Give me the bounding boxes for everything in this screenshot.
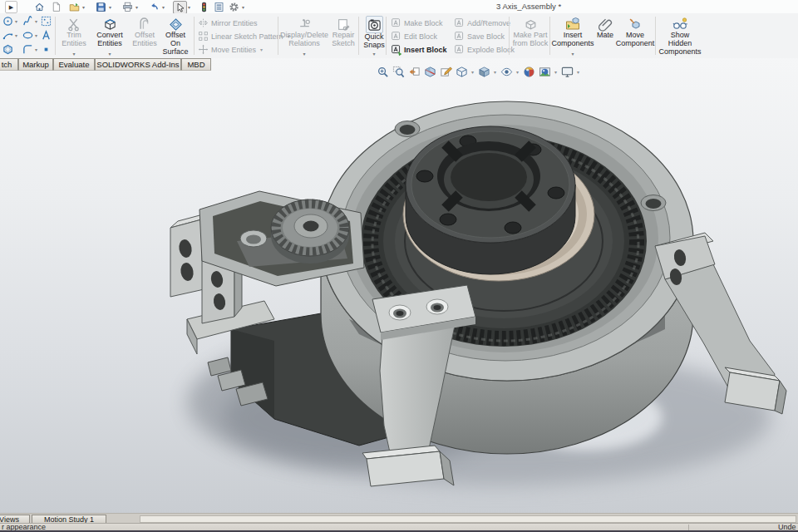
- model-3axis-assembly[interactable]: [0, 70, 798, 513]
- arc-tool-button[interactable]: [2, 29, 14, 42]
- trim-entities-button[interactable]: Trim Entities▾: [58, 15, 90, 57]
- home-button[interactable]: [33, 1, 46, 12]
- rebuild-button[interactable]: [198, 1, 210, 12]
- home-icon: [34, 2, 45, 12]
- convert-entities-button[interactable]: Convert Entities▾: [91, 15, 128, 57]
- gear-icon: [229, 2, 239, 12]
- new-document-icon: [51, 2, 62, 12]
- save-block-icon: [454, 31, 465, 42]
- trim-dropdown[interactable]: ▾: [72, 52, 75, 57]
- offset-entities-button[interactable]: Offset Entities: [130, 15, 160, 57]
- fillet-dropdown[interactable]: ▾: [35, 47, 37, 52]
- solidworks-window: ▶ ▾ ▾ ▾ ▾ ▾ ▾ 3 Axis_Assembly * ▾ ▾ ▾ ▾: [0, 0, 798, 532]
- open-icon: [69, 2, 80, 12]
- model-pinion-gear[interactable]: [271, 200, 349, 264]
- select-tool-button[interactable]: [173, 1, 187, 14]
- open-button[interactable]: [68, 1, 81, 12]
- circle-dropdown[interactable]: ▾: [15, 18, 17, 24]
- file-properties-button[interactable]: [213, 1, 225, 12]
- spline-dropdown[interactable]: ▾: [35, 18, 37, 24]
- spline-icon: [22, 16, 33, 27]
- point-tool-button[interactable]: [40, 43, 52, 56]
- print-button[interactable]: [121, 1, 134, 12]
- graphics-viewport[interactable]: ▾ ▾ ▾ ▾ ▾: [0, 58, 798, 513]
- circle-tool-button[interactable]: [2, 15, 14, 27]
- arc-dropdown[interactable]: ▾: [15, 32, 17, 38]
- display-delete-relations-button[interactable]: Display/Delete Relations▾: [281, 15, 328, 57]
- quick-snaps-dropdown[interactable]: ▾: [372, 52, 375, 57]
- title-bar: ▶ ▾ ▾ ▾ ▾ ▾ ▾ 3 Axis_Assembly *: [0, 0, 798, 14]
- tab-mbd[interactable]: MBD: [181, 58, 211, 71]
- save-dropdown[interactable]: ▾: [109, 4, 111, 10]
- fillet-icon: [22, 44, 33, 55]
- undo-dropdown[interactable]: ▾: [162, 4, 165, 10]
- polygon-tool-button[interactable]: [2, 43, 14, 56]
- toolbar-expand-button[interactable]: ▶: [5, 1, 17, 13]
- display-delete-dropdown[interactable]: ▾: [303, 52, 305, 57]
- edit-block-button[interactable]: Edit Block: [391, 30, 437, 42]
- make-part-from-block-button[interactable]: Make Part from Block: [512, 15, 549, 57]
- insert-components-button[interactable]: Insert Components▾: [553, 15, 593, 57]
- tab-evaluate[interactable]: Evaluate: [53, 58, 95, 71]
- add-remove-button[interactable]: Add/Remove: [454, 17, 510, 29]
- offset-on-surface-button[interactable]: Offset On Surface: [160, 15, 191, 57]
- quick-snaps-button[interactable]: Quick Snaps▾: [361, 15, 387, 57]
- insert-block-button[interactable]: Insert Block: [391, 43, 447, 56]
- spline-tool-button[interactable]: [22, 15, 34, 27]
- move-entities-icon: [198, 44, 209, 55]
- save-icon: [96, 2, 106, 12]
- command-manager-tabs: tch Markup Evaluate SOLIDWORKS Add-Ins M…: [0, 58, 798, 71]
- mate-button[interactable]: Mate: [594, 15, 617, 57]
- print-dropdown[interactable]: ▾: [135, 4, 138, 10]
- sketch-text-tool-button[interactable]: [40, 29, 52, 42]
- save-block-button[interactable]: Save Block: [454, 30, 505, 42]
- move-entities-dropdown[interactable]: ▾: [260, 47, 263, 52]
- polygon-icon: [2, 44, 13, 55]
- tab-solidworks-addins[interactable]: SOLIDWORKS Add-Ins: [95, 58, 181, 71]
- sketch-fillet-tool-button[interactable]: [22, 43, 34, 56]
- select-dropdown[interactable]: ▾: [188, 4, 190, 10]
- explode-block-icon: [454, 44, 465, 55]
- open-dropdown[interactable]: ▾: [82, 4, 85, 10]
- mirror-entities-button[interactable]: Mirror Entities: [198, 17, 258, 29]
- trim-entities-icon: [67, 16, 81, 32]
- sketch-entities-group: ▾ ▾ ▾ ▾ ▾: [2, 15, 53, 57]
- convert-dropdown[interactable]: ▾: [108, 52, 111, 57]
- show-hidden-components-button[interactable]: Show Hidden Components: [658, 15, 702, 57]
- text-icon: [41, 30, 52, 41]
- tab-sketch-partial[interactable]: tch: [0, 58, 18, 71]
- display-delete-relations-icon: [298, 16, 312, 32]
- offset-on-surface-icon: [169, 16, 183, 32]
- move-component-button[interactable]: Move Component: [618, 15, 653, 57]
- traffic-light-icon: [199, 2, 209, 12]
- options-dropdown[interactable]: ▾: [242, 4, 244, 10]
- tab-markup[interactable]: Markup: [18, 58, 53, 71]
- insert-components-dropdown[interactable]: ▾: [571, 52, 574, 57]
- repair-sketch-button[interactable]: Repair Sketch: [329, 15, 357, 57]
- ellipse-icon: [22, 30, 33, 41]
- options-button[interactable]: [228, 1, 240, 12]
- arc-icon: [2, 30, 13, 41]
- make-block-button[interactable]: Make Block: [391, 17, 443, 29]
- model-hub[interactable]: [406, 126, 575, 274]
- ellipse-tool-button[interactable]: [22, 29, 34, 42]
- insert-block-icon: [391, 44, 401, 55]
- command-manager-ribbon: ▾ ▾ ▾ ▾ ▾ Trim Entities▾ Convert Entitie…: [0, 13, 798, 59]
- move-entities-button[interactable]: Move Entities ▾: [198, 43, 263, 56]
- quick-snaps-icon: [366, 16, 383, 33]
- point-icon: [41, 44, 52, 55]
- offset-entities-icon: [138, 16, 152, 32]
- save-button[interactable]: [95, 1, 107, 12]
- undo-button[interactable]: [148, 1, 160, 12]
- select-cursor-icon: [175, 2, 185, 13]
- mirror-entities-icon: [198, 17, 209, 28]
- repair-sketch-icon: [337, 16, 351, 32]
- new-document-button[interactable]: [50, 1, 62, 12]
- linear-sketch-pattern-button[interactable]: Linear Sketch Pattern ▾: [198, 30, 290, 42]
- print-icon: [122, 2, 133, 12]
- move-component-icon: [628, 16, 643, 32]
- ellipse-dropdown[interactable]: ▾: [35, 32, 37, 38]
- sketch-pattern-tool-button[interactable]: [40, 15, 52, 27]
- explode-block-button[interactable]: Explode Block: [454, 43, 515, 56]
- convert-entities-icon: [103, 16, 117, 32]
